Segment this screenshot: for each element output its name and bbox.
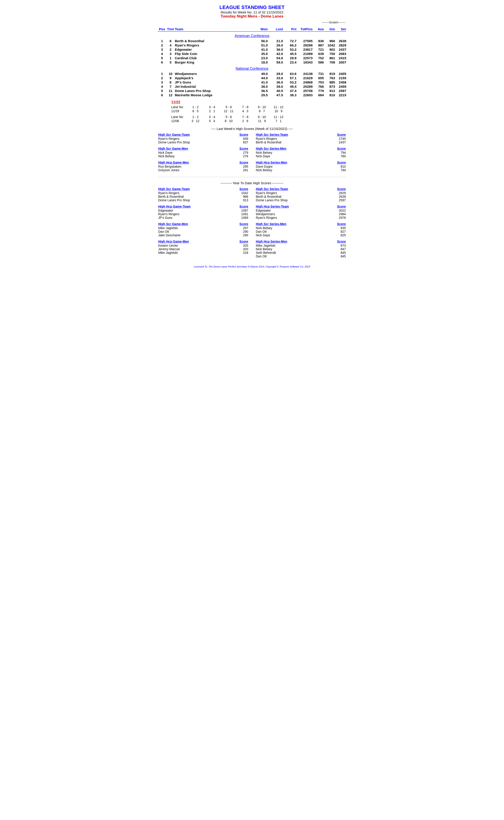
hs-entry-name: Jake Deschaine xyxy=(158,233,237,237)
hs-category-label: High Hcp Series-Men xyxy=(256,240,335,243)
team-ser: 2007 xyxy=(335,60,346,64)
team-won: 38.0 xyxy=(252,85,268,88)
hs-block: High Hcp Game-Men Score Keaton Uecke 325… xyxy=(158,240,249,254)
standings-header: Pos Tm# Team Won Lost Pct TotPins Ave Gm… xyxy=(158,27,346,32)
hs-score-label: Score xyxy=(335,240,346,243)
team-lost: 36.0 xyxy=(268,48,283,51)
hs-block: High Hcp Game-Team Score Edgewater 1097 … xyxy=(158,205,249,219)
team-totpins: 21629 xyxy=(296,76,313,80)
team-won: 51.0 xyxy=(252,43,268,47)
schedule-section: 11/22 Lane No 1 - 2 3 - 4 5 - 6 7 - 8 9 … xyxy=(171,100,346,123)
team-gm: 750 xyxy=(324,52,335,56)
hs-entry-name: Roy Bergsbaken xyxy=(158,165,237,168)
hs-category-label: High Scr Game-Team xyxy=(158,187,237,191)
col-header-ave: Ave xyxy=(313,27,324,31)
team-name: JP's Guns xyxy=(175,80,252,84)
hs-entry-score: 276 xyxy=(237,154,248,158)
team-totpins: 22573 xyxy=(296,56,313,60)
hs-entry-name: Ryan's Ringers xyxy=(158,191,237,195)
team-ave: 586 xyxy=(313,60,324,64)
hs-entry-name: Seth Behrendt xyxy=(256,251,335,254)
hs-block: High Scr Series-Men Score Nick Belsey 83… xyxy=(255,222,346,237)
team-pos: 2 xyxy=(158,43,166,47)
last-week-title: ---- Last Week's High Scores (Week of 11… xyxy=(158,127,346,131)
hs-entry-score: 1042 xyxy=(237,191,248,195)
team-pct: 49.4 xyxy=(283,85,296,88)
team-ser: 2405 xyxy=(335,72,346,76)
national-teams: 1 10 Windjammers 49.0 28.0 63.6 24138 73… xyxy=(158,72,346,97)
matchup-row-1: 11/29 6 5 2 1 12 11 4 3 8 7 10 9 xyxy=(171,109,346,113)
hs-entry-score: 1069 xyxy=(237,216,248,219)
hs-entry-score: 966 xyxy=(237,195,248,198)
team-lost: 42.0 xyxy=(268,52,283,56)
hs-entry-name: Dan Ott xyxy=(158,230,237,233)
team-lost: 59.0 xyxy=(268,60,283,64)
hs-category-row: High Hcp Game-Men Score xyxy=(158,240,249,244)
list-item: Ryan's Ringers 1091 xyxy=(158,212,249,216)
team-name: Jet Industrial xyxy=(175,85,252,88)
hs-entry-name: Nick Belsey xyxy=(256,226,335,230)
hs-score-label: Score xyxy=(237,161,248,164)
team-ave: 731 xyxy=(313,72,324,76)
hs-category-row: High Hcp Game-Men Score xyxy=(158,161,249,165)
hs-entry-name: Dan Ott xyxy=(256,254,335,258)
team-ser: 2829 xyxy=(335,43,346,47)
list-item: Nick Daye 825 xyxy=(255,233,346,237)
hs-entry-score: 2745 xyxy=(335,137,346,140)
list-item: Nick Belsey 794 xyxy=(255,168,346,172)
hs-block: High Hcp Series-Men Score Mike Jagielski… xyxy=(255,240,346,258)
hs-entry-score: 3022 xyxy=(335,209,346,212)
hs-category-row: High Scr Series-Men Score xyxy=(255,147,346,151)
page-title: LEAGUE STANDING SHEET xyxy=(158,4,346,10)
hs-entry-name: Berth & Rosenthal xyxy=(256,195,335,198)
team-ser: 2459 xyxy=(335,85,346,88)
team-ave: 887 xyxy=(313,43,324,47)
team-won: 35.0 xyxy=(252,52,268,56)
team-tm: 9 xyxy=(166,76,175,80)
table-row: 4 3 Flip Side Coin 35.0 42.0 45.5 21089 … xyxy=(158,52,346,56)
hs-entry-name: Nick Daye xyxy=(256,154,335,158)
hs-score-label: Score xyxy=(237,205,248,208)
team-pos: 1 xyxy=(158,39,166,43)
hs-category-row: High Scr Series-Team Score xyxy=(255,133,346,137)
table-row: 2 4 Ryan's Ringers 51.0 26.0 66.2 29298 … xyxy=(158,43,346,47)
hs-category-row: High Scr Game-Team Score xyxy=(158,133,249,137)
hs-block: High Scr Series-Men Score Nick Belsey 79… xyxy=(255,147,346,158)
team-pct: 57.1 xyxy=(283,76,296,80)
team-ave: 655 xyxy=(313,76,324,80)
team-lost: 28.0 xyxy=(268,72,283,76)
hs-block: High Scr Game-Team Score Ryan's Ringers … xyxy=(158,133,249,144)
team-tm: 3 xyxy=(166,52,175,56)
hs-entry-score: 760 xyxy=(335,154,346,158)
hs-score-label: Score xyxy=(237,240,248,243)
ytd-right-col: High Scr Series-Team Score Ryan's Ringer… xyxy=(255,187,346,261)
hs-entry-score: 794 xyxy=(335,151,346,154)
hs-entry-name: Windjammers xyxy=(256,212,335,216)
matchup-pairs-1: 6 5 2 1 12 11 4 3 8 7 10 9 xyxy=(189,109,285,113)
hs-entry-name: Greyson Jones xyxy=(158,168,237,172)
hs-entry-score: 845 xyxy=(335,251,346,254)
lane-pairs-2: 1 - 2 3 - 4 5 - 6 7 - 8 9 - 10 11 - 12 xyxy=(189,115,285,119)
scratch-label-row: --------Scratch-------- xyxy=(158,21,346,24)
hs-score-label: Score xyxy=(335,187,346,191)
table-row: 4 7 Jet Industrial 38.0 39.0 49.4 25289 … xyxy=(158,84,346,89)
hs-category-label: High Scr Series-Men xyxy=(256,147,335,150)
team-ser: 2215 xyxy=(335,93,346,97)
hs-score-label: Score xyxy=(335,161,346,164)
hs-entry-score: 873 xyxy=(335,244,346,247)
hs-entry-name: Ryan's Ringers xyxy=(256,137,335,140)
hs-entry-score: 825 xyxy=(335,233,346,237)
team-ave: 684 xyxy=(313,93,324,97)
hs-entry-score: 290 xyxy=(237,230,248,233)
team-won: 41.0 xyxy=(252,48,268,51)
team-totpins: 23817 xyxy=(296,48,313,51)
team-ave: 753 xyxy=(313,80,324,84)
team-ser: 2458 xyxy=(335,80,346,84)
team-lost: 54.0 xyxy=(268,56,283,60)
lane-pairs-1: 1 - 2 3 - 4 5 - 6 7 - 8 9 - 10 11 - 12 xyxy=(189,105,285,109)
hs-score-label: Score xyxy=(335,133,346,136)
hs-entry-score: 318 xyxy=(237,251,248,254)
team-pct: 47.4 xyxy=(283,89,296,93)
hs-entry-score: 845 xyxy=(335,254,346,258)
team-won: 36.5 xyxy=(252,89,268,93)
